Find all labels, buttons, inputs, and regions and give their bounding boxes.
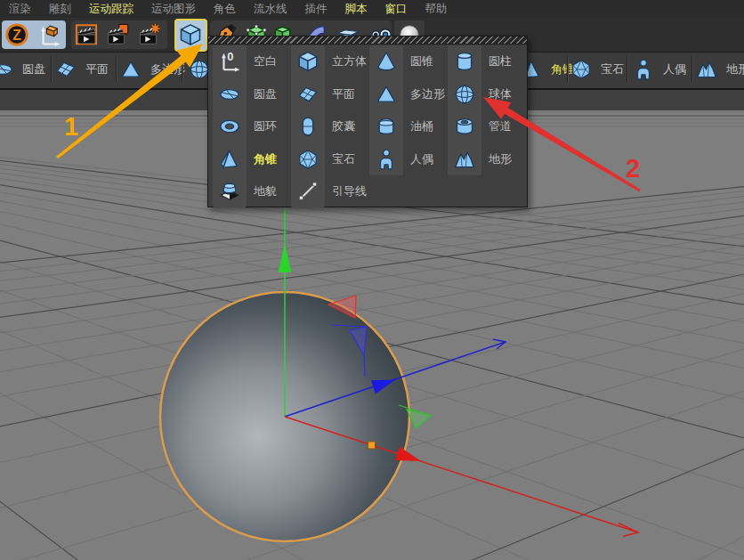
dropdown-item-torus[interactable]: 圆环: [213, 110, 291, 142]
dropdown-item-label: 平面: [332, 78, 355, 110]
dropdown-item-label: 引导线: [332, 175, 367, 207]
clapper-solid-icon: [104, 36, 131, 51]
menu-item-1[interactable]: 雕刻: [40, 0, 80, 18]
axis-cube-button[interactable]: [36, 21, 62, 48]
app-window: 渲染雕刻运动跟踪运动图形角色流水线插件脚本窗口帮助 Z 圆盘平面多边形球体角锥宝…: [0, 0, 744, 560]
menu-item-4[interactable]: 角色: [205, 0, 245, 18]
palette-separator: [116, 56, 117, 83]
palette-item-label: 圆盘: [22, 61, 45, 77]
dropdown-item-tube[interactable]: 管道: [448, 110, 526, 142]
cylinder-icon: [453, 50, 476, 73]
torus-icon: [218, 115, 241, 138]
dropdown-item-label: 油桶: [410, 110, 433, 142]
motion-tile: [71, 20, 167, 49]
menubar: 渲染雕刻运动跟踪运动图形角色流水线插件脚本窗口帮助: [0, 0, 744, 18]
palette-item-label: 多边形: [150, 61, 185, 77]
disc-icon: [218, 83, 241, 106]
plane-icon: [296, 83, 319, 106]
menu-item-7[interactable]: 脚本: [336, 0, 376, 18]
palette-separator: [182, 56, 183, 83]
motion-clip-solid-button[interactable]: [104, 21, 131, 48]
dropdown-item-null[interactable]: 0空白: [213, 45, 291, 77]
menu-item-8[interactable]: 窗口: [376, 0, 416, 18]
palette-item-disc[interactable]: 圆盘: [0, 53, 45, 86]
palette-separator: [691, 56, 693, 83]
dropdown-column-3: 圆柱球体管道地形: [448, 45, 526, 206]
null-icon: 0: [218, 50, 241, 73]
x-axis-handle[interactable]: [395, 447, 421, 461]
dropdown-item-label: 宝石: [332, 143, 355, 175]
motion-clip-gear-button[interactable]: [136, 21, 163, 48]
add-cube-primitive-button[interactable]: [174, 19, 207, 52]
x-axis-point[interactable]: [368, 442, 376, 449]
y-axis-arrow[interactable]: [279, 244, 292, 272]
dropdown-item-label: 多边形: [410, 78, 445, 110]
menu-item-6[interactable]: 插件: [296, 0, 336, 18]
palette-item-label: 人偶: [663, 61, 686, 77]
dropdown-item-label: 角锥: [254, 143, 277, 175]
dropdown-item-label: 圆柱: [489, 45, 512, 77]
primitives-dropdown: 0空白圆盘圆环角锥地貌立方体平面胶囊宝石引导线圆锥多边形油桶人偶圆柱球体管道地形: [207, 36, 528, 207]
polygon-icon: [119, 58, 142, 81]
dropdown-grip[interactable]: [208, 37, 527, 45]
palette-item-polygon[interactable]: 多边形: [119, 53, 185, 86]
dropdown-item-figure[interactable]: 人偶: [369, 143, 448, 175]
z-logo-button[interactable]: Z: [4, 21, 30, 48]
menu-item-9[interactable]: 帮助: [416, 0, 457, 18]
relief-icon: [218, 180, 241, 203]
dropdown-item-cone[interactable]: 圆锥: [369, 45, 448, 77]
oiltank-icon: [375, 115, 398, 138]
sphere-icon: [453, 83, 476, 106]
pyramid-icon: [218, 148, 241, 171]
dropdown-item-label: 圆锥: [410, 45, 433, 77]
palette-separator: [51, 56, 53, 83]
dropdown-item-cylinder[interactable]: 圆柱: [448, 45, 526, 77]
cone-icon: [375, 50, 398, 73]
dropdown-item-label: 立方体: [332, 45, 367, 77]
dropdown-item-cube[interactable]: 立方体: [291, 45, 369, 77]
palette-item-gem[interactable]: 宝石: [570, 53, 624, 86]
dropdown-item-relief[interactable]: 地貌: [213, 175, 291, 207]
guide-icon: [296, 180, 319, 203]
palette-item-landscape[interactable]: 地形: [695, 53, 744, 86]
dropdown-column-1: 立方体平面胶囊宝石引导线: [291, 45, 369, 206]
menu-item-2[interactable]: 运动跟踪: [80, 0, 142, 18]
dropdown-item-capsule[interactable]: 胶囊: [291, 110, 369, 142]
dropdown-item-disc[interactable]: 圆盘: [213, 78, 291, 110]
logo-tile: Z: [2, 20, 66, 49]
dropdown-item-sphere[interactable]: 球体: [448, 78, 526, 110]
menu-item-5[interactable]: 流水线: [245, 0, 296, 18]
disc-icon: [0, 58, 14, 81]
dropdown-item-polygon[interactable]: 多边形: [369, 78, 448, 110]
dropdown-item-label: 空白: [254, 45, 277, 77]
palette-item-label: 平面: [85, 61, 109, 77]
menu-item-3[interactable]: 运动图形: [142, 0, 205, 18]
menu-item-0[interactable]: 渲染: [0, 0, 40, 18]
gem-icon: [296, 148, 319, 171]
cube-icon: [296, 50, 319, 73]
dropdown-column-0: 0空白圆盘圆环角锥地貌: [213, 45, 291, 206]
dropdown-item-plane[interactable]: 平面: [291, 78, 369, 110]
palette-separator: [627, 56, 628, 83]
figure-icon: [375, 148, 398, 171]
cube-icon: [176, 37, 205, 52]
z-logo-icon: Z: [4, 36, 30, 51]
dropdown-item-oiltank[interactable]: 油桶: [369, 110, 448, 142]
motion-clip-frame-button[interactable]: [73, 21, 100, 48]
palette-separator: [567, 56, 569, 83]
dropdown-item-label: 地貌: [254, 175, 277, 207]
palette-item-pyramid[interactable]: 角锥: [520, 53, 574, 86]
dropdown-item-gem[interactable]: 宝石: [291, 143, 369, 175]
palette-item-plane[interactable]: 平面: [54, 53, 109, 86]
landscape-icon: [453, 148, 476, 171]
capsule-icon: [296, 115, 319, 138]
dropdown-item-landscape[interactable]: 地形: [448, 143, 526, 175]
palette-item-figure[interactable]: 人偶: [632, 53, 686, 86]
gem-icon: [570, 58, 593, 81]
dropdown-item-pyramid[interactable]: 角锥: [213, 143, 291, 175]
landscape-icon: [695, 58, 718, 81]
palette-item-label: 地形: [726, 61, 744, 77]
svg-text:0: 0: [227, 50, 233, 63]
clapper-frame-icon: [73, 36, 100, 51]
dropdown-item-guide[interactable]: 引导线: [291, 175, 369, 207]
